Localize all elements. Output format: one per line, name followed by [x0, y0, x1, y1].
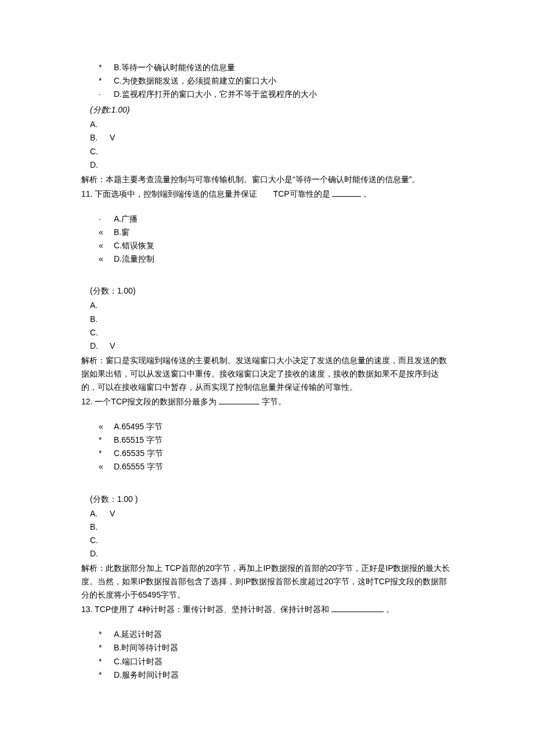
q12-score: (分数：1.00 ): [81, 493, 453, 506]
option-text: D.65555 字节: [114, 460, 163, 473]
q10-option-b: * B.等待一个确认时能传送的信息量: [99, 61, 453, 74]
q13-option-c: * C.端口计时器: [99, 655, 453, 668]
option-text: D.监视程序打开的窗口大小，它并不等于监视程序的大小: [114, 88, 317, 101]
correct-mark: V: [110, 339, 121, 353]
option-marker: «: [99, 460, 114, 473]
option-marker: «: [99, 252, 114, 266]
option-text: D.服务时间计时器: [114, 668, 179, 682]
q12-stem-suffix: 字节。: [262, 397, 286, 406]
option-text: B.窗: [114, 226, 129, 239]
option-text: C.错误恢复: [114, 239, 154, 252]
q11-option-b: « B.窗: [99, 226, 453, 239]
q11-answers: A. B. C. D. V: [81, 299, 453, 352]
q11-option-d: « D.流量控制: [99, 252, 453, 266]
answer-a: A.: [90, 118, 110, 131]
q11-stem: 11. 下面选项中，控制端到端传送的信息量并保证 TCP可靠性的是 。: [81, 187, 453, 201]
blank-fill: [332, 188, 361, 197]
option-text: C.端口计时器: [114, 655, 163, 668]
q11-stem-suffix: 。: [363, 189, 371, 198]
q13-stem: 13. TCP使用了 4种计时器：重传计时器、坚持计时器、保持计时器和 。: [81, 603, 453, 616]
q12-option-d: « D.65555 字节: [99, 460, 453, 473]
option-marker: *: [99, 433, 114, 447]
option-text: A.65495 字节: [114, 420, 163, 433]
answer-c: C.: [90, 145, 110, 158]
option-text: A.广播: [114, 212, 138, 226]
q12-option-a: « A.65495 字节: [99, 420, 453, 433]
q12-option-c: * C.65535 字节: [99, 447, 453, 460]
option-marker: *: [99, 447, 114, 460]
q11-stem-mid: TCP可靠性的是: [273, 189, 330, 198]
option-text: C.为使数据能发送，必须提前建立的窗口大小: [114, 74, 276, 88]
answer-a: A.: [90, 299, 110, 312]
q13-option-b: * B.时间等待计时器: [99, 641, 453, 654]
q10-options-tail: * B.等待一个确认时能传送的信息量 * C.为使数据能发送，必须提前建立的窗口…: [81, 61, 453, 101]
answer-d: D.: [90, 158, 110, 172]
option-marker: ·: [99, 88, 114, 101]
option-text: B.时间等待计时器: [114, 641, 178, 654]
q10-option-d: · D.监视程序打开的窗口大小，它并不等于监视程序的大小: [99, 88, 453, 101]
option-marker: *: [99, 668, 114, 682]
q12-option-b: * B.65515 字节: [99, 433, 453, 447]
q12-answers: A. V B. C. D.: [81, 507, 453, 560]
q13-options: * A.延迟计时器 * B.时间等待计时器 * C.端口计时器 * D.服务时间…: [81, 628, 453, 681]
q12-explanation: 解析：此数据部分加上 TCP首部的20字节，再加上IP数据报的首部的20字节，正…: [81, 562, 453, 602]
option-text: B.等待一个确认时能传送的信息量: [114, 61, 235, 74]
option-text: A.延迟计时器: [114, 628, 162, 641]
answer-d: D.: [90, 547, 110, 560]
q13-stem-prefix: 13. TCP使用了 4种计时器：重传计时器、坚持计时器、保持计时器和: [81, 605, 329, 614]
answer-c: C.: [90, 534, 110, 547]
q11-option-c: « C.错误恢复: [99, 239, 453, 252]
option-marker: *: [99, 74, 114, 88]
q10-answers: A. B. V C. D.: [81, 118, 453, 171]
q13-stem-suffix: 。: [386, 605, 394, 614]
blank-fill: [219, 396, 259, 404]
q11-option-a: · A.广播: [99, 212, 453, 226]
option-marker: «: [99, 420, 114, 433]
option-marker: *: [99, 655, 114, 668]
correct-mark: V: [110, 131, 121, 144]
q10-score: (分数:1.00): [81, 103, 453, 117]
q13-option-d: * D.服务时间计时器: [99, 668, 453, 682]
q12-stem-prefix: 12. 一个TCP报文段的数据部分最多为: [81, 397, 217, 406]
option-text: C.65535 字节: [114, 447, 163, 460]
q12-options: « A.65495 字节 * B.65515 字节 * C.65535 字节 «…: [81, 420, 453, 473]
answer-a: A.: [90, 507, 110, 520]
option-marker: *: [99, 61, 114, 74]
option-text: D.流量控制: [114, 252, 154, 266]
option-text: B.65515 字节: [114, 433, 163, 447]
q11-options: · A.广播 « B.窗 « C.错误恢复 « D.流量控制: [81, 212, 453, 266]
answer-b: B.: [90, 313, 110, 326]
answer-d: D.: [90, 339, 110, 353]
document-page: * B.等待一个确认时能传送的信息量 * C.为使数据能发送，必须提前建立的窗口…: [0, 0, 534, 756]
q11-score: (分数：1.00): [81, 284, 453, 298]
q11-stem-prefix: 11. 下面选项中，控制端到端传送的信息量并保证: [81, 189, 257, 198]
option-marker: *: [99, 641, 114, 654]
correct-mark: V: [110, 507, 121, 520]
answer-b: B.: [90, 520, 110, 534]
option-marker: ·: [99, 212, 114, 226]
blank-fill: [331, 603, 384, 612]
q13-option-a: * A.延迟计时器: [99, 628, 453, 641]
q10-explanation: 解析：本题主要考查流量控制与可靠传输机制。窗口大小是“等待一个确认时能传送的信息…: [81, 173, 453, 186]
answer-b: B.: [90, 131, 110, 144]
option-marker: «: [99, 239, 114, 252]
q11-explanation: 解析：窗口是实现端到端传送的主要机制。发送端窗口大小决定了发送的信息量的速度，而…: [81, 354, 453, 394]
q12-stem: 12. 一个TCP报文段的数据部分最多为 字节。: [81, 395, 453, 408]
q10-option-c: * C.为使数据能发送，必须提前建立的窗口大小: [99, 74, 453, 88]
option-marker: «: [99, 226, 114, 239]
option-marker: *: [99, 628, 114, 641]
answer-c: C.: [90, 326, 110, 339]
